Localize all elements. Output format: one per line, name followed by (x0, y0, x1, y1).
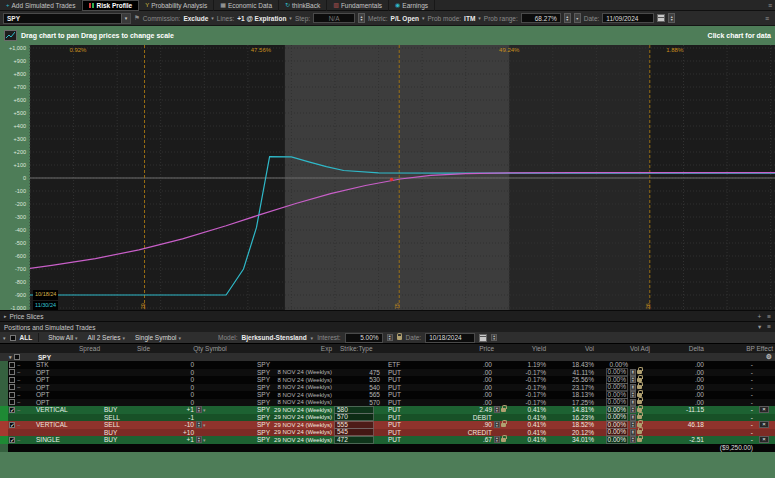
symbol-combo[interactable]: SPY ▾ (3, 13, 131, 24)
tab-economic-data[interactable]: ▦Economic Data (214, 0, 279, 11)
spread-cell[interactable]: VERTICAL (34, 406, 100, 414)
group-checkbox[interactable] (14, 354, 20, 360)
prob-range-input[interactable]: 68.27% (521, 13, 561, 23)
close-icon[interactable]: × (759, 421, 769, 428)
menu-icon[interactable]: ≡ (768, 2, 772, 9)
type-cell[interactable]: PUT (384, 414, 430, 422)
vol-adj-cell[interactable]: 0.00% (594, 436, 628, 444)
type-cell[interactable]: PUT (384, 391, 430, 399)
vol-adj-stepper[interactable]: ▴▾ (630, 384, 636, 391)
interest-input[interactable]: 5.00% (345, 333, 383, 343)
side-cell[interactable]: BUY (100, 429, 150, 437)
close-icon[interactable]: × (759, 436, 769, 443)
side-cell[interactable] (100, 376, 150, 384)
lock-icon[interactable] (637, 385, 642, 389)
expand-arrow-icon[interactable]: ▸ (4, 313, 7, 319)
analyze-chart-icon[interactable]: ~ (17, 384, 21, 390)
gear-icon[interactable]: ⚙ (766, 353, 775, 361)
column-header-strike-type[interactable]: Strike:Type (332, 344, 430, 353)
add-icon[interactable]: + (757, 313, 761, 320)
all-series-button[interactable]: All 2 Series▾ (85, 333, 128, 342)
price-cell[interactable]: .00 (430, 384, 492, 392)
exp-cell[interactable]: 8 NOV 24 (Weeklys) (270, 391, 332, 399)
metric-value[interactable]: P/L Open (391, 15, 419, 22)
lock-icon[interactable] (637, 430, 642, 434)
analyze-chart-icon[interactable]: ~ (17, 399, 21, 405)
position-row[interactable]: ~OPT0SPY8 NOV 24 (Weeklys)530PUT.00-0.17… (0, 376, 775, 384)
qty-stepper[interactable]: ▴▾ (196, 436, 202, 443)
row-checkbox[interactable] (9, 399, 15, 405)
qty-cell[interactable]: +10 (150, 429, 194, 437)
type-cell[interactable]: PUT (384, 406, 430, 414)
prob-mode-value[interactable]: ITM (464, 15, 475, 22)
exp-cell[interactable]: 29 NOV 24 (Weeklys) (270, 414, 332, 422)
calendar-icon[interactable] (657, 14, 665, 22)
position-row[interactable]: BUY+10SPY29 NOV 24 (Weeklys)545PUTCREDIT… (0, 429, 775, 437)
exp-cell[interactable]: 8 NOV 24 (Weeklys) (270, 399, 332, 407)
column-header-delta[interactable]: Delta (650, 344, 704, 353)
prob-range-stepper[interactable]: ▴▾ (564, 13, 571, 23)
side-cell[interactable]: SELL (100, 421, 150, 429)
collapse-arrow-icon[interactable]: ▾ (3, 335, 6, 341)
position-row[interactable]: ~OPT0SPY8 NOV 24 (Weeklys)540PUT.00-0.17… (0, 384, 775, 392)
calendar-icon[interactable] (479, 334, 487, 342)
chevron-down-icon[interactable]: ▾ (121, 14, 130, 23)
type-cell[interactable]: PUT (384, 421, 430, 429)
price-cell[interactable]: .00 (430, 376, 492, 384)
price-cell[interactable]: .00 (430, 361, 492, 369)
qty-cell[interactable]: -10 (150, 421, 194, 429)
vol-adj-stepper[interactable]: ▴▾ (630, 421, 636, 428)
qty-stepper[interactable]: ▴▾ (196, 421, 202, 428)
row-checkbox[interactable] (9, 369, 15, 375)
analyze-chart-icon[interactable]: ~ (17, 362, 21, 368)
single-symbol-button[interactable]: Single Symbol▾ (132, 333, 184, 342)
positions-bar[interactable]: Positions and Simulated Trades ▾≡ (0, 321, 775, 332)
type-cell[interactable]: PUT (384, 376, 430, 384)
qty-cell[interactable]: +1 (150, 406, 194, 414)
qty-cell[interactable]: -1 (150, 414, 194, 422)
price-cell[interactable]: CREDIT (430, 429, 492, 437)
column-header-qty-symbol[interactable]: Qty Symbol (150, 344, 270, 353)
position-row[interactable]: SELL-1SPY29 NOV 24 (Weeklys)570PUTDEBIT0… (0, 414, 775, 422)
column-header-exp[interactable]: Exp (270, 344, 332, 353)
spread-cell[interactable]: SINGLE (34, 436, 100, 444)
vol-adj-stepper[interactable]: ▴▾ (630, 414, 636, 421)
side-cell[interactable]: BUY (100, 406, 150, 414)
lock-icon[interactable] (637, 408, 642, 412)
qty-dropdown-icon[interactable]: ▾ (203, 407, 206, 413)
lines-value[interactable]: +1 @ Expiration (237, 15, 286, 22)
price-stepper[interactable]: ▴▾ (494, 421, 500, 428)
prob-range-dropdown[interactable]: ▾ (574, 13, 581, 23)
type-cell[interactable]: PUT (384, 399, 430, 407)
position-row[interactable]: ~OPT0SPY8 NOV 24 (Weeklys)570PUT.00-0.17… (0, 399, 775, 407)
vol-adj-stepper[interactable]: ▴▾ (630, 391, 636, 398)
price-slices-bar[interactable]: ▸ Price Slices +≡ (0, 310, 775, 321)
vol-adj-stepper[interactable]: ▴▾ (630, 429, 636, 436)
vol-adj-stepper[interactable]: ▴▾ (630, 436, 636, 443)
price-cell[interactable]: .00 (430, 399, 492, 407)
all-checkbox[interactable] (10, 335, 16, 341)
qty-cell[interactable]: +1 (150, 436, 194, 444)
position-row[interactable]: ~OPT0SPY8 NOV 24 (Weeklys)475PUT.00-0.17… (0, 369, 775, 377)
close-icon[interactable]: × (759, 406, 769, 413)
step-stepper[interactable]: ▴▾ (358, 13, 365, 23)
commission-value[interactable]: Exclude (183, 15, 208, 22)
price-cell[interactable]: .67 (430, 436, 492, 444)
lock-icon[interactable] (501, 423, 506, 427)
analyze-chart-icon[interactable]: ~ (17, 369, 21, 375)
exp-cell[interactable]: 8 NOV 24 (Weeklys) (270, 376, 332, 384)
spread-cell[interactable]: VERTICAL (34, 421, 100, 429)
pl-plot[interactable] (0, 26, 775, 336)
column-header-spread[interactable]: Spread (0, 344, 100, 353)
side-cell[interactable] (100, 391, 150, 399)
type-cell[interactable]: PUT (384, 384, 430, 392)
tab-probability-analysis[interactable]: YProbability Analysis (139, 0, 214, 11)
spread-cell[interactable]: OPT (34, 384, 100, 392)
strike-cell[interactable]: 540 (332, 384, 384, 392)
model-value[interactable]: Bjerksund-Stensland (242, 334, 307, 341)
tab-add-simulated-trades[interactable]: +Add Simulated Trades (0, 0, 82, 11)
lock-icon[interactable] (501, 438, 506, 442)
filter-icon[interactable]: ▾ (758, 323, 761, 331)
show-all-button[interactable]: Show All▾ (45, 333, 80, 342)
row-checkbox[interactable] (9, 422, 15, 428)
